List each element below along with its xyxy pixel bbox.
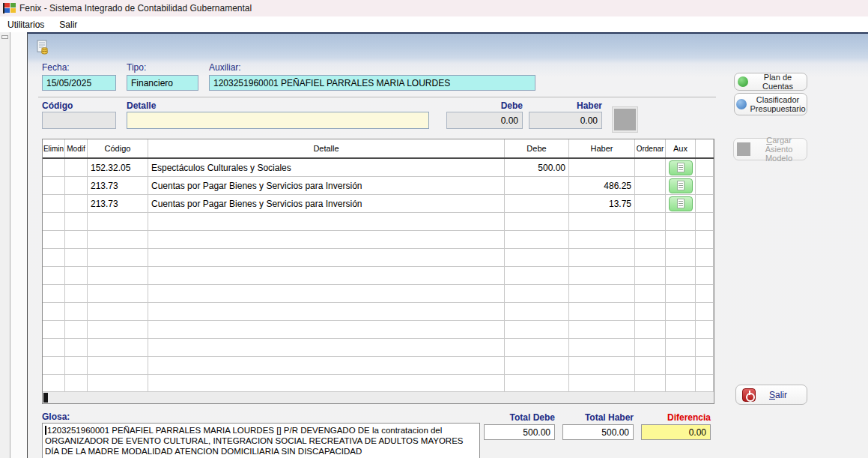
debe-input[interactable]: 0.00 bbox=[446, 112, 523, 129]
cell-detalle: Espectáculos Culturales y Sociales bbox=[148, 159, 505, 176]
cell-codigo: 213.73 bbox=[88, 177, 148, 194]
table-row-empty bbox=[43, 285, 714, 303]
cell-elimin bbox=[43, 195, 65, 212]
salir-button[interactable]: Salir bbox=[735, 385, 807, 405]
left-splitter-strip[interactable] bbox=[0, 32, 10, 458]
table-row[interactable]: 213.73Cuentas por Pagar Bienes y Servici… bbox=[43, 177, 714, 195]
cell-modif bbox=[65, 303, 88, 320]
aux-detail-button[interactable] bbox=[669, 160, 693, 175]
cell-debe bbox=[505, 285, 569, 302]
diferencia-field: 0.00 bbox=[641, 424, 711, 440]
cell-elimin bbox=[43, 267, 65, 284]
cell-detalle bbox=[148, 321, 505, 338]
fecha-input[interactable]: 15/05/2025 bbox=[42, 75, 116, 91]
codigo-input[interactable] bbox=[42, 112, 116, 129]
cell-haber bbox=[569, 159, 635, 176]
cell-elimin bbox=[43, 285, 65, 302]
table-row-empty bbox=[43, 303, 714, 321]
cell-modif bbox=[65, 375, 88, 391]
new-entry-toolbar-button[interactable] bbox=[34, 38, 52, 56]
auxiliar-label: Auxiliar: bbox=[209, 62, 241, 73]
cell-debe bbox=[505, 303, 569, 320]
glosa-label: Glosa: bbox=[42, 412, 70, 422]
cargar-asiento-modelo-button[interactable]: Cargar Asiento Modelo bbox=[733, 138, 807, 160]
cell-aux bbox=[666, 213, 696, 230]
detalle-input[interactable] bbox=[127, 112, 429, 129]
cell-debe bbox=[505, 375, 569, 391]
cell-detalle bbox=[148, 213, 505, 230]
cell-modif bbox=[65, 339, 88, 356]
tipo-input[interactable]: Financiero bbox=[127, 75, 198, 91]
cell-modif bbox=[65, 267, 88, 284]
table-row-empty bbox=[43, 339, 714, 357]
codigo-label: Código bbox=[42, 100, 73, 111]
cell-elimin bbox=[43, 339, 65, 356]
cell-codigo bbox=[88, 357, 148, 374]
splitter-grip-icon[interactable] bbox=[1, 35, 8, 39]
table-row-empty bbox=[43, 267, 714, 285]
plan-de-cuentas-label: Plan de Cuentas bbox=[752, 73, 804, 91]
cell-debe bbox=[505, 195, 569, 212]
cell-aux bbox=[666, 231, 696, 248]
document-lines-icon bbox=[677, 163, 685, 172]
cell-modif bbox=[65, 321, 88, 338]
power-icon bbox=[742, 388, 756, 402]
glosa-textarea[interactable]: 1203251960001 PEÑAFIEL PARRALES MARIA LO… bbox=[42, 423, 480, 458]
cell-ordenar bbox=[635, 231, 666, 248]
hscroll-thumb[interactable] bbox=[43, 393, 48, 403]
cell-aux bbox=[666, 159, 696, 176]
total-haber-label: Total Haber bbox=[562, 412, 634, 423]
cell-aux bbox=[666, 195, 696, 212]
cell-elimin bbox=[43, 177, 65, 194]
cell-detalle bbox=[148, 357, 505, 374]
cell-aux bbox=[666, 375, 696, 391]
cell-debe bbox=[505, 231, 569, 248]
menu-utilitarios[interactable]: Utilitarios bbox=[0, 17, 52, 32]
clasificador-presupuestario-button[interactable]: Clasificador Presupuestario bbox=[734, 93, 807, 115]
cell-gutter bbox=[696, 213, 714, 230]
cell-detalle bbox=[148, 303, 505, 320]
table-row[interactable]: 152.32.05Espectáculos Culturales y Socia… bbox=[43, 159, 714, 177]
blue-sphere-icon bbox=[736, 99, 747, 109]
cell-aux bbox=[666, 177, 696, 194]
cell-detalle: Cuentas por Pagar Bienes y Servicios par… bbox=[148, 195, 505, 212]
cell-detalle bbox=[148, 267, 505, 284]
cell-codigo bbox=[88, 267, 148, 284]
cell-haber bbox=[569, 303, 635, 320]
cell-modif bbox=[65, 195, 88, 212]
cell-haber bbox=[569, 339, 635, 356]
table-row[interactable]: 213.73Cuentas por Pagar Bienes y Servici… bbox=[43, 195, 714, 213]
form-separator bbox=[38, 97, 716, 97]
col-header-ordenar: Ordenar bbox=[635, 139, 666, 157]
cell-debe: 500.00 bbox=[505, 159, 569, 176]
cell-gutter bbox=[696, 159, 714, 176]
cell-gutter bbox=[696, 339, 714, 356]
cell-codigo bbox=[88, 339, 148, 356]
aux-detail-button[interactable] bbox=[669, 196, 693, 211]
total-debe-field: 500.00 bbox=[484, 424, 555, 440]
auxiliar-input[interactable]: 1203251960001 PEÑAFIEL PARRALES MARIA LO… bbox=[209, 75, 535, 91]
plan-de-cuentas-button[interactable]: Plan de Cuentas bbox=[734, 73, 807, 91]
cell-haber bbox=[569, 357, 635, 374]
text-cursor bbox=[45, 426, 46, 435]
cell-elimin bbox=[43, 231, 65, 248]
cell-modif bbox=[65, 285, 88, 302]
cell-ordenar bbox=[635, 249, 666, 266]
document-lines-icon bbox=[677, 181, 685, 190]
cell-detalle: Cuentas por Pagar Bienes y Servicios par… bbox=[148, 177, 505, 194]
cell-ordenar bbox=[635, 303, 666, 320]
add-line-button[interactable] bbox=[613, 107, 637, 132]
aux-detail-button[interactable] bbox=[669, 178, 693, 193]
cell-ordenar bbox=[635, 267, 666, 284]
col-header-codigo: Código bbox=[88, 139, 148, 157]
asiento-lines-table: Elimin Modif Código Detalle Debe Haber O… bbox=[42, 139, 714, 404]
table-row-empty bbox=[43, 375, 714, 391]
cell-haber: 13.75 bbox=[569, 195, 635, 212]
table-horizontal-scrollbar[interactable] bbox=[43, 391, 714, 403]
cell-codigo bbox=[88, 321, 148, 338]
mdi-workspace: Fecha: Tipo: Auxiliar: 15/05/2025 Financ… bbox=[0, 32, 868, 458]
haber-input[interactable]: 0.00 bbox=[529, 112, 602, 129]
cell-codigo bbox=[88, 285, 148, 302]
menu-salir[interactable]: Salir bbox=[52, 17, 85, 32]
cell-debe bbox=[505, 249, 569, 266]
